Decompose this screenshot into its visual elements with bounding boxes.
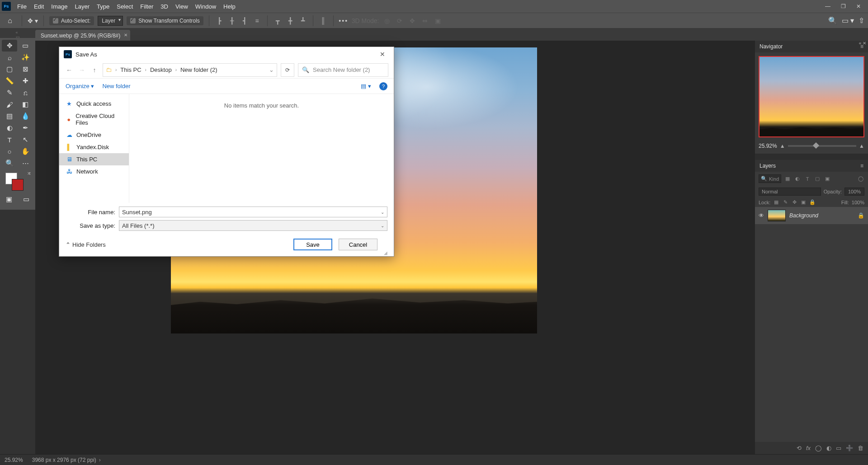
sidebar-quick-access[interactable]: ★Quick access <box>59 98 129 110</box>
shape-tool-icon[interactable]: ○ <box>2 146 17 157</box>
menu-3d[interactable]: 3D <box>157 1 172 12</box>
frame-tool-icon[interactable]: ⊠ <box>18 63 33 75</box>
panel-strip-controls[interactable]: « ✕ <box>859 41 866 46</box>
zoom-slider[interactable] <box>788 145 857 147</box>
menu-file[interactable]: File <box>14 1 30 12</box>
crumb-folder[interactable]: New folder (2) <box>180 66 217 73</box>
mask-icon[interactable]: ◯ <box>815 445 822 451</box>
sidebar-creative-cloud[interactable]: ●Creative Cloud Files <box>59 110 129 129</box>
layer-filter-kind[interactable]: 🔍 Kind <box>759 174 781 183</box>
panel-divider[interactable] <box>755 154 868 160</box>
align-center-h-icon[interactable]: ╂ <box>227 16 236 25</box>
chevron-down-icon[interactable]: ⌄ <box>381 223 384 228</box>
window-maximize-icon[interactable]: ❐ <box>835 0 851 13</box>
visibility-icon[interactable]: 👁 <box>759 212 764 219</box>
cancel-button[interactable]: Cancel <box>339 239 377 250</box>
menu-layer[interactable]: Layer <box>71 1 94 12</box>
gradient-tool-icon[interactable]: ▤ <box>2 110 17 122</box>
sidebar-yandex-disk[interactable]: ▌Yandex.Disk <box>59 141 129 153</box>
zoom-out-icon[interactable]: ▲ <box>780 143 785 149</box>
crumb-root[interactable]: This PC <box>120 66 141 73</box>
dialog-titlebar[interactable]: Ps Save As ✕ <box>59 47 394 61</box>
group-icon[interactable]: ▭ <box>836 445 841 451</box>
home-icon[interactable]: ⌂ <box>4 14 16 27</box>
layer-row[interactable]: 👁 Background 🔒 <box>755 207 868 224</box>
move-tool-icon[interactable]: ✥ <box>2 40 17 52</box>
align-top-icon[interactable]: ┳ <box>273 16 282 25</box>
path-select-tool-icon[interactable]: ↖ <box>18 134 33 146</box>
swap-colors-icon[interactable]: ⤭ <box>27 171 31 176</box>
align-left-icon[interactable]: ┣ <box>215 16 224 25</box>
document-tab[interactable]: Sunset.webp @ 25.9% (RGB/8#) ✕ <box>35 30 130 42</box>
blur-tool-icon[interactable]: 💧 <box>18 110 33 122</box>
file-list-area[interactable]: No items match your search. <box>129 94 394 203</box>
lock-artboard-icon[interactable]: ▣ <box>800 199 807 205</box>
close-tab-icon[interactable]: ✕ <box>124 33 127 38</box>
save-type-dropdown[interactable]: All Files (*.*)⌄ <box>119 220 387 231</box>
adjustment-icon[interactable]: ◐ <box>826 445 831 451</box>
window-minimize-icon[interactable]: — <box>820 0 835 13</box>
dialog-close-icon[interactable]: ✕ <box>376 51 389 58</box>
delete-layer-icon[interactable]: 🗑 <box>858 445 863 451</box>
move-tool-icon[interactable]: ✥ ▾ <box>28 17 38 24</box>
quickmask-icon[interactable]: ▣ <box>2 193 16 205</box>
wand-tool-icon[interactable]: ✨ <box>18 52 33 63</box>
filter-pixel-icon[interactable]: ▦ <box>784 175 791 183</box>
navigator-zoom-value[interactable]: 25.92% <box>759 143 777 149</box>
lasso-tool-icon[interactable]: ⌕ <box>2 52 17 63</box>
zoom-in-icon[interactable]: ▲ <box>859 143 864 149</box>
menu-select[interactable]: Select <box>113 1 137 12</box>
status-info-chevron-icon[interactable]: › <box>99 457 101 463</box>
fx-icon[interactable]: fx <box>806 445 811 451</box>
eyedropper-tool-icon[interactable]: 📏 <box>2 75 17 87</box>
status-zoom[interactable]: 25.92% <box>5 457 23 463</box>
marquee-tool-icon[interactable]: ▭ <box>18 40 33 52</box>
layer-name[interactable]: Background <box>789 212 818 219</box>
view-mode-button[interactable]: ▤ ▾ <box>361 83 371 89</box>
lock-brush-icon[interactable]: ✎ <box>782 199 788 205</box>
new-folder-button[interactable]: New folder <box>102 83 130 89</box>
clone-tool-icon[interactable]: ⎌ <box>18 87 33 99</box>
show-transform-checkbox[interactable]: Show Transform Controls <box>127 16 203 25</box>
opacity-field[interactable]: 100% <box>844 188 864 196</box>
screenmode-icon[interactable]: ▭ <box>19 193 33 205</box>
share-icon[interactable]: ⇧ <box>859 16 864 25</box>
hide-folders-toggle[interactable]: ⌃ Hide Folders <box>66 241 106 248</box>
search-input[interactable]: 🔍 Search New folder (2) <box>298 63 388 77</box>
layer-thumbnail[interactable] <box>768 210 786 221</box>
lock-icon[interactable]: 🔒 <box>858 212 864 219</box>
align-more-icon[interactable]: ║ <box>319 16 328 25</box>
auto-select-target-dropdown[interactable]: Layer <box>98 16 123 26</box>
filter-toggle-icon[interactable]: ◯ <box>857 175 864 183</box>
lock-position-icon[interactable]: ✥ <box>791 199 797 205</box>
help-icon[interactable]: ? <box>379 82 387 90</box>
pen-tool-icon[interactable]: ✒ <box>18 122 33 134</box>
nav-back-icon[interactable]: ← <box>65 66 74 74</box>
type-tool-icon[interactable]: T <box>2 134 17 146</box>
menu-edit[interactable]: Edit <box>30 1 47 12</box>
dodge-tool-icon[interactable]: ◐ <box>2 122 17 134</box>
menu-help[interactable]: Help <box>220 1 239 12</box>
save-button[interactable]: Save <box>293 239 332 250</box>
align-bottom-icon[interactable]: ┻ <box>298 16 307 25</box>
align-distribute-icon[interactable]: ≡ <box>253 16 262 25</box>
window-close-icon[interactable]: ✕ <box>851 0 866 13</box>
new-layer-icon[interactable]: ➕ <box>846 445 853 451</box>
zoom-tool-icon[interactable]: 🔍 <box>2 157 17 169</box>
menu-filter[interactable]: Filter <box>137 1 157 12</box>
link-layers-icon[interactable]: ⟲ <box>797 445 802 451</box>
sidebar-onedrive[interactable]: ☁OneDrive <box>59 129 129 141</box>
filter-shape-icon[interactable]: ▢ <box>814 175 821 183</box>
menu-image[interactable]: Image <box>47 1 71 12</box>
resize-grip-icon[interactable]: ◢ <box>384 250 387 255</box>
more-options-icon[interactable]: ••• <box>339 16 348 25</box>
blend-mode-dropdown[interactable]: Normal <box>759 188 821 196</box>
panel-menu-icon[interactable]: ≡ <box>860 163 863 169</box>
navigator-thumbnail[interactable] <box>759 56 864 137</box>
fill-field[interactable]: 100% <box>852 200 864 205</box>
filter-adjust-icon[interactable]: ◐ <box>794 175 801 183</box>
auto-select-checkbox[interactable]: Auto-Select: <box>49 16 94 25</box>
filter-smart-icon[interactable]: ▣ <box>824 175 831 183</box>
eraser-tool-icon[interactable]: ◧ <box>18 99 33 110</box>
sidebar-this-pc[interactable]: 🖥This PC <box>59 153 129 165</box>
